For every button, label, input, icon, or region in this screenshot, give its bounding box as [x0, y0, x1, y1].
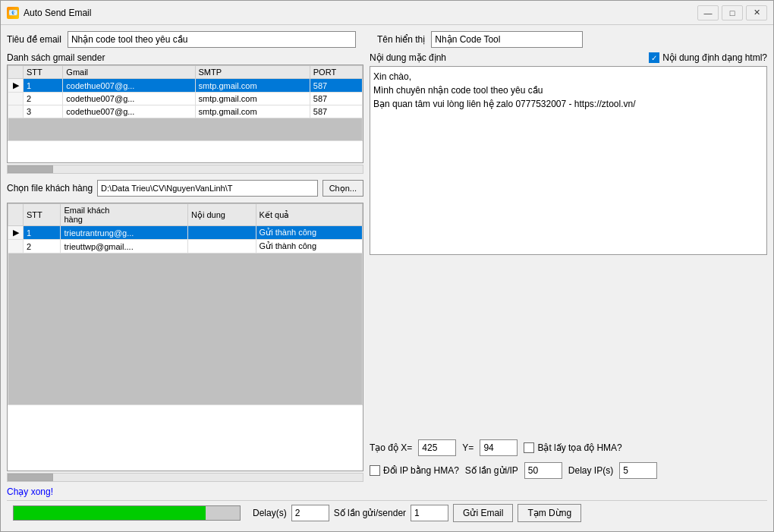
- row-arrow: ▶: [8, 226, 24, 240]
- tam-dung-button[interactable]: Tạm Dừng: [518, 504, 581, 522]
- main-content: Tiêu đề email Tên hiển thị Danh sách gma…: [1, 25, 773, 531]
- row-port: 587: [310, 93, 362, 105]
- delay-ip-label: Delay IP(s): [568, 465, 613, 476]
- row-smtp: smtp.gmail.com: [195, 79, 310, 93]
- sender-section: Danh sách gmail sender STT Gmail SMTP PO…: [7, 52, 363, 174]
- table-row[interactable]: 3 codethue007@g... smtp.gmail.com 587: [8, 105, 363, 118]
- bottom-bar: Delay(s) Số lần gửi/sender Gửi Email Tạm…: [7, 500, 767, 525]
- row-arrow: [8, 93, 24, 105]
- coord-x-input[interactable]: [418, 439, 456, 456]
- status-row: Chạy xong!: [7, 486, 767, 499]
- table-row[interactable]: ▶ 1 trieutrantrung@g... Gửi thành công: [8, 226, 363, 240]
- noi-dung-header: Nội dung mặc định ✓ Nội dung định dạng h…: [370, 52, 767, 63]
- row-stt: 1: [24, 226, 61, 240]
- customer-scrollbar[interactable]: [7, 473, 363, 482]
- coords-row: Tạo độ X= Y= Bật lấy tọa độ HMA?: [370, 436, 767, 459]
- row-port: 587: [310, 105, 362, 118]
- row-noi-dung: [188, 226, 256, 240]
- row-stt: 2: [24, 93, 63, 105]
- left-panel: Danh sách gmail sender STT Gmail SMTP PO…: [7, 52, 363, 482]
- choose-file-button[interactable]: Chọn...: [322, 180, 363, 197]
- row-gmail: codethue007@g...: [63, 105, 195, 118]
- html-check-group: ✓ Nội dung định dạng html?: [649, 52, 767, 63]
- bat-lay-label: Bật lấy tọa độ HMA?: [537, 442, 621, 453]
- close-button[interactable]: ✕: [746, 5, 767, 20]
- top-row: Tiêu đề email Tên hiển thị: [7, 31, 767, 48]
- row-stt: 3: [24, 105, 63, 118]
- col-noi-dung: Nội dung: [188, 204, 256, 226]
- row-email: trieutrantrung@g...: [61, 226, 188, 240]
- noi-dung-label: Nội dung mặc định: [370, 52, 446, 63]
- doi-ip-checkbox[interactable]: [370, 465, 380, 476]
- file-label: Chọn file khách hàng: [7, 183, 93, 194]
- sender-table-container: STT Gmail SMTP PORT ▶ 1 code: [7, 65, 363, 163]
- right-spacer: [370, 255, 767, 436]
- right-content: Nội dung mặc định ✓ Nội dung định dạng h…: [370, 52, 767, 482]
- row-stt: 2: [24, 240, 61, 253]
- so-lan-label: Số lần gửi/sender: [334, 508, 406, 518]
- ten-hien-thi-input[interactable]: [431, 31, 583, 48]
- row-arrow: [8, 105, 24, 118]
- doi-ip-row: Đổi IP bằng HMA? Số lần gửi/IP Delay IP(…: [370, 459, 767, 482]
- delay-input[interactable]: [291, 505, 329, 521]
- bat-lay-group: Bật lấy tọa độ HMA?: [524, 442, 621, 453]
- so-lan-input[interactable]: [411, 505, 448, 521]
- main-window: 📧 Auto Send Email — □ ✕ Tiêu đề email Tê…: [0, 0, 774, 532]
- row-smtp: smtp.gmail.com: [195, 105, 310, 118]
- so-lan-gui-ip-label: Số lần gửi/IP: [465, 465, 518, 476]
- app-icon: 📧: [7, 7, 19, 19]
- so-lan-gui-ip-input[interactable]: [524, 462, 562, 479]
- customer-table-container: STT Email kháchhàng Nội dung Kết quả ▶ 1: [7, 203, 363, 471]
- col-gmail: Gmail: [63, 66, 195, 79]
- coord-y-input[interactable]: [480, 439, 518, 456]
- table-row-empty: [8, 253, 363, 405]
- customer-section: STT Email kháchhàng Nội dung Kết quả ▶ 1: [7, 203, 363, 482]
- middle-section: Danh sách gmail sender STT Gmail SMTP PO…: [7, 52, 767, 482]
- bottom-inputs: Delay(s) Số lần gửi/sender Gửi Email Tạm…: [253, 504, 581, 522]
- col-ket-qua: Kết quả: [256, 204, 362, 226]
- table-row[interactable]: 2 codethue007@g... smtp.gmail.com 587: [8, 93, 363, 105]
- content-area[interactable]: Xin chào, Mình chuyên nhận code tool the…: [370, 66, 767, 255]
- status-text: Chạy xong!: [7, 486, 53, 497]
- coord-x-label: Tạo độ X=: [370, 442, 412, 453]
- tieu-de-label: Tiêu đề email: [7, 34, 61, 45]
- tieu-de-input[interactable]: [68, 31, 356, 48]
- doi-ip-group: Đổi IP bằng HMA?: [370, 465, 459, 476]
- bat-lay-checkbox[interactable]: [524, 442, 534, 453]
- sender-scrollbar[interactable]: [7, 165, 363, 174]
- content-line-3: Bạn quan tâm vui lòng liên hệ zalo 07775…: [373, 97, 763, 111]
- table-row[interactable]: ▶ 1 codethue007@g... smtp.gmail.com 587: [8, 79, 363, 93]
- title-bar: 📧 Auto Send Email — □ ✕: [1, 1, 773, 25]
- col-stt-sender: STT: [24, 66, 63, 79]
- file-row: Chọn file khách hàng Chọn...: [7, 180, 363, 197]
- progress-bar-container: [13, 505, 241, 521]
- gui-email-button[interactable]: Gửi Email: [453, 504, 513, 522]
- html-checkbox[interactable]: ✓: [649, 52, 659, 63]
- table-row[interactable]: 2 trieuttwp@gmail.... Gửi thành công: [8, 240, 363, 253]
- row-arrow: [8, 240, 24, 253]
- sender-table: STT Gmail SMTP PORT ▶ 1 code: [8, 65, 363, 141]
- content-line-1: Xin chào,: [373, 70, 763, 83]
- row-gmail: codethue007@g...: [63, 79, 195, 93]
- row-gmail: codethue007@g...: [63, 93, 195, 105]
- right-panel: Nội dung mặc định ✓ Nội dung định dạng h…: [370, 52, 767, 482]
- col-smtp: SMTP: [195, 66, 310, 79]
- html-check-label: Nội dung định dạng html?: [662, 52, 767, 63]
- row-arrow: ▶: [8, 79, 24, 93]
- doi-ip-label: Đổi IP bằng HMA?: [383, 465, 459, 476]
- minimize-button[interactable]: —: [697, 5, 719, 20]
- col-stt-customer: STT: [24, 204, 61, 226]
- bottom-section: Chạy xong! Delay(s) Số lần gửi/sender Gử…: [7, 486, 767, 525]
- maximize-button[interactable]: □: [722, 5, 743, 20]
- col-email-kh: Email kháchhàng: [61, 204, 188, 226]
- row-port: 587: [310, 79, 362, 93]
- content-line-2: Mình chuyên nhận code tool theo yêu cầu: [373, 83, 763, 97]
- delay-ip-input[interactable]: [619, 462, 657, 479]
- progress-bar: [14, 506, 206, 520]
- delay-label: Delay(s): [253, 508, 287, 518]
- title-bar-left: 📧 Auto Send Email: [7, 7, 91, 19]
- file-path-input[interactable]: [97, 180, 318, 197]
- coord-y-label: Y=: [462, 442, 474, 453]
- sender-section-label: Danh sách gmail sender: [7, 52, 363, 63]
- ten-hien-thi-label: Tên hiển thị: [377, 34, 425, 45]
